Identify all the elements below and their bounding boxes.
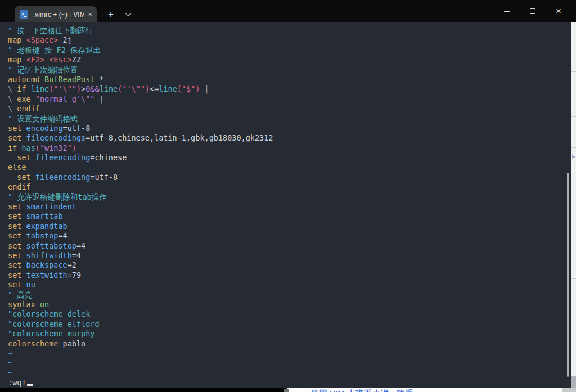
code-line: set softtabstop=4 [8,241,572,251]
code-line: \ exe "normal g'\"" | [8,94,572,104]
table-row-divider [572,94,576,94]
code-token: set [17,153,35,162]
code-token: set [8,202,26,211]
new-tab-button[interactable]: + [103,7,119,21]
code-token [8,173,17,182]
code-token: =79 [68,271,81,280]
code-token: " 高亮 [8,290,32,299]
code-token: " 按一下空格往下翻两行 [8,26,93,35]
code-token: endif [8,182,31,191]
code-line: set expandtab [8,222,572,231]
code-token: " 设置文件编码格式 [8,114,78,123]
code-lines: " 按一下空格往下翻两行map <Space> 2j" 老板键 按 F2 保存退… [8,26,572,388]
code-token: \ [8,104,17,113]
code-line: set encoding=utf-8 [8,124,572,133]
code-token: ("'\"") [118,84,150,93]
chevron-down-icon [125,11,130,16]
code-line: set tabstop=4 [8,231,572,241]
code-token: && [90,84,99,93]
code-token: <F2> <Esc> [26,55,72,64]
code-line: " 老板键 按 F2 保存退出 [8,46,572,55]
table-row-divider [572,71,576,72]
code-token: <Space> [26,35,63,44]
code-token: line [159,84,177,93]
tab-title: .vimrc + (~) - VIM [33,11,84,19]
terminal-tab[interactable]: >_ .vimrc + (~) - VIM × [15,6,97,22]
code-token: ("$") [177,84,200,93]
table-row-divider [572,242,576,242]
webpage-link-title[interactable]: 使用 VIM 上班看小说 - 猫手 [310,389,413,392]
maximize-button[interactable] [520,0,546,22]
background-webpage-right-edge: 目 [572,22,576,388]
window-controls: × [494,0,572,22]
code-token: set [8,280,26,289]
code-token: * [100,75,104,84]
powershell-icon: >_ [20,10,28,19]
code-token: if [17,84,30,93]
code-token: textwidth [26,271,68,280]
code-token: if [8,143,21,152]
code-token: =4 [72,251,81,260]
code-line: ~ [8,349,572,358]
minimize-button[interactable] [494,0,520,22]
code-token: ZZ [72,55,81,64]
code-token: =4 [76,241,86,250]
code-line: " 按一下空格往下翻两行 [8,26,572,35]
code-token: set [8,124,26,133]
terminal-screen[interactable]: " 按一下空格往下翻两行map <Space> 2j" 老板键 按 F2 保存退… [0,22,572,388]
code-token: =2 [68,260,76,269]
tab-close-icon[interactable]: × [88,11,92,18]
code-token: =utf-8 [63,124,91,133]
code-token: ("'\"") [49,84,81,93]
terminal-cursor [27,384,33,386]
code-token: > [81,84,86,93]
webpage-gray-area [572,376,576,388]
code-token: set [17,173,35,182]
code-token: (" [35,143,44,152]
table-row-divider [572,147,576,148]
table-row-divider [572,116,576,117]
code-token: "normal g'\"" [35,94,95,103]
code-token: BufReadPost [44,75,100,84]
code-token: : [8,378,12,387]
code-line: "colorscheme elflord [8,319,572,329]
code-token: =chinese [90,153,127,162]
code-token: shiftwidth [26,251,72,260]
code-token: softtabstop [26,241,76,250]
code-line: set fileencoding=utf-8 [8,173,572,182]
code-line: syntax on [8,300,572,309]
table-column-divider [511,388,511,392]
code-token: " 老板键 按 F2 保存退出 [8,46,101,55]
code-token: ~ [8,368,12,377]
code-line: " 记忆上次编辑位置 [8,65,572,75]
code-line: \ if line("'\"")>0&&line("'\"")<=line("$… [8,84,572,94]
terminal-titlebar[interactable]: >_ .vimrc + (~) - VIM × + × [0,0,576,22]
tab-dropdown-button[interactable] [120,7,134,21]
code-line: set smarttab [8,211,572,221]
code-token: has [21,143,35,152]
webpage-gray-area [562,388,576,392]
webpage-surface: 使用 VIM 上班看小说 - 猫手 [287,388,576,392]
maximize-icon [530,8,536,14]
code-token: syntax [8,300,40,309]
clipped-text-fragment: 目 [572,152,575,159]
code-line: set shiftwidth=4 [8,251,572,260]
code-token: backspace [26,260,68,269]
code-token: nu [26,280,35,289]
code-line: set backspace=2 [8,260,572,270]
code-line: " 设置文件编码格式 [8,114,572,124]
code-line: ~ [8,358,572,368]
code-token: set [8,271,26,280]
code-line: set smartindent [8,202,572,211]
terminal-scrollbar-thumb[interactable] [567,173,569,377]
code-token: expandtab [26,222,68,231]
code-line: set fileencodings=utf-8,chinese,latin-1,… [8,133,572,143]
code-token: set [8,241,26,250]
close-icon: × [556,6,561,17]
window-close-button[interactable]: × [546,0,572,22]
code-line: "colorscheme murphy [8,329,572,339]
code-line: "colorscheme delek [8,309,572,319]
code-token: line [31,84,50,93]
window-edge-fragment [284,389,289,392]
code-line: ~ [8,368,572,378]
